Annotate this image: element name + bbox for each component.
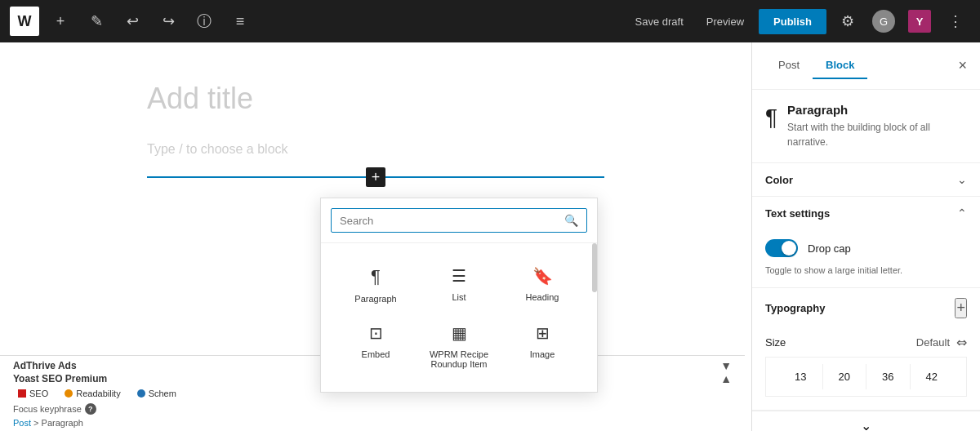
drop-cap-hint: Toggle to show a large initial letter.	[765, 264, 967, 278]
readability-tab[interactable]: Readability	[60, 387, 125, 400]
paragraph-icon: ¶	[371, 266, 381, 287]
edit-button[interactable]: ✎	[82, 7, 111, 36]
block-item-heading[interactable]: 🔖 Heading	[501, 256, 584, 313]
font-size-36[interactable]: 36	[866, 364, 911, 389]
scroll-arrows: ⌄	[752, 411, 980, 432]
yoast-label: Yoast SEO Premium	[13, 373, 107, 384]
yoast-chevron[interactable]: ▲	[720, 372, 732, 385]
block-popup-scroll[interactable]: ¶ Paragraph ☰ List 🔖 Heading ⊡ Embed	[321, 243, 597, 392]
wp-logo[interactable]: W	[10, 7, 39, 36]
breadcrumb-separator: >	[33, 418, 41, 428]
block-label-list: List	[452, 292, 466, 302]
search-input[interactable]	[340, 215, 564, 227]
popup-scrollbar-thumb[interactable]	[592, 243, 597, 292]
block-item-list[interactable]: ☰ List	[417, 256, 501, 313]
adthrive-chevron[interactable]: ▼	[720, 359, 732, 372]
drop-cap-label: Drop cap	[808, 242, 851, 255]
typography-section: Typography + Size Default ⇔ 13 20 36 42	[752, 288, 980, 411]
toolbar-right: Save draft Preview Publish ⚙ G Y ⋮	[627, 7, 970, 36]
scroll-down-arrow[interactable]: ⌄	[858, 415, 875, 432]
size-row: Size Default ⇔	[752, 328, 980, 357]
editor-wrapper: Add title Type / to choose a block + 🔍	[0, 42, 751, 431]
block-item-wprm[interactable]: ▦ WPRM Recipe Roundup Item	[417, 313, 501, 379]
color-section-header[interactable]: Color ⌄	[752, 163, 980, 196]
more-options-button[interactable]: ⋮	[941, 7, 970, 36]
text-settings-section: Text settings ⌃ Drop cap Toggle to show …	[752, 197, 980, 288]
text-settings-chevron-up-icon: ⌃	[957, 207, 967, 220]
editor-body[interactable]: Type / to choose a block	[147, 142, 604, 157]
search-icon: 🔍	[564, 214, 578, 227]
undo-icon: ↩	[127, 12, 139, 30]
keyphrase-label: Focus keyphrase	[13, 404, 82, 414]
tab-post[interactable]: Post	[765, 52, 813, 79]
preview-button[interactable]: Preview	[698, 11, 752, 33]
drop-cap-row: Drop cap	[765, 239, 967, 257]
size-label: Size	[765, 336, 916, 349]
block-search-area: 🔍	[321, 198, 597, 243]
sidebar: Post Block × ¶ Paragraph Start with the …	[751, 42, 980, 431]
edit-icon: ✎	[91, 12, 103, 30]
sidebar-close-button[interactable]: ×	[958, 57, 967, 74]
undo-button[interactable]: ↩	[118, 7, 147, 36]
inserter-plus-button[interactable]: +	[366, 167, 385, 187]
list-icon: ≡	[236, 13, 245, 30]
font-sizes: 13 20 36 42	[765, 357, 967, 397]
breadcrumb-current: Paragraph	[42, 418, 83, 428]
yoast-icon: Y	[908, 10, 931, 33]
schema-tab[interactable]: Schem	[132, 387, 181, 400]
typography-title: Typography	[765, 302, 955, 314]
more-icon: ⋮	[948, 12, 963, 30]
font-size-13[interactable]: 13	[779, 364, 823, 389]
block-grid: ¶ Paragraph ☰ List 🔖 Heading ⊡ Embed	[321, 243, 597, 392]
redo-button[interactable]: ↪	[154, 7, 183, 36]
color-section-title: Color	[765, 174, 957, 186]
seo-tab-label: SEO	[29, 389, 48, 398]
text-settings-header[interactable]: Text settings ⌃	[752, 197, 980, 229]
block-label-heading: Heading	[526, 292, 559, 302]
top-toolbar: W + ✎ ↩ ↪ ⓘ ≡ Save draft Preview Publish…	[0, 0, 980, 42]
typography-add-button[interactable]: +	[955, 298, 967, 318]
breadcrumb: Post > Paragraph	[13, 416, 732, 431]
size-value: Default	[916, 336, 950, 349]
settings-button[interactable]: ⚙	[833, 7, 862, 36]
heading-icon: 🔖	[532, 266, 553, 286]
readability-dot	[65, 389, 73, 398]
seo-dot	[18, 389, 26, 398]
block-item-embed[interactable]: ⊡ Embed	[334, 313, 417, 379]
font-size-20[interactable]: 20	[823, 364, 867, 389]
schema-tab-label: Schem	[149, 389, 176, 398]
save-draft-button[interactable]: Save draft	[627, 11, 692, 33]
breadcrumb-post[interactable]: Post	[13, 418, 31, 428]
drop-cap-toggle[interactable]	[765, 239, 798, 257]
keyphrase-help-icon[interactable]: ?	[85, 403, 96, 415]
tab-block[interactable]: Block	[813, 52, 867, 79]
size-options-button[interactable]: ⇔	[956, 335, 967, 350]
typography-header: Typography +	[752, 288, 980, 328]
block-label-paragraph: Paragraph	[354, 294, 396, 304]
block-info: ¶ Paragraph Start with the building bloc…	[752, 90, 980, 163]
seo-tab[interactable]: SEO	[13, 387, 53, 400]
info-button[interactable]: ⓘ	[189, 7, 219, 36]
text-settings-content: Drop cap Toggle to show a large initial …	[752, 229, 980, 287]
gear-icon: ⚙	[841, 12, 854, 30]
toggle-knob	[782, 241, 796, 255]
block-info-title: Paragraph	[787, 103, 967, 117]
keyphrase-row: Focus keyphrase ?	[13, 402, 732, 416]
avatar-button[interactable]: G	[869, 7, 898, 36]
block-popup: 🔍 ¶ Paragraph ☰ List 🔖 Head	[320, 198, 598, 393]
embed-icon: ⊡	[369, 323, 383, 343]
image-icon: ⊞	[536, 323, 550, 343]
font-size-42[interactable]: 42	[911, 364, 954, 389]
yoast-button[interactable]: Y	[905, 7, 934, 36]
redo-icon: ↪	[163, 12, 175, 30]
block-inserter-line: +	[147, 176, 604, 178]
add-block-button[interactable]: +	[46, 7, 75, 36]
editor-title[interactable]: Add title	[147, 82, 604, 116]
block-item-image[interactable]: ⊞ Image	[501, 313, 584, 379]
readability-tab-label: Readability	[76, 389, 120, 398]
sidebar-tabs: Post Block	[765, 52, 958, 79]
color-chevron-down-icon: ⌄	[957, 173, 967, 186]
block-item-paragraph[interactable]: ¶ Paragraph	[334, 256, 417, 313]
publish-button[interactable]: Publish	[759, 9, 826, 34]
list-view-button[interactable]: ≡	[225, 7, 255, 36]
